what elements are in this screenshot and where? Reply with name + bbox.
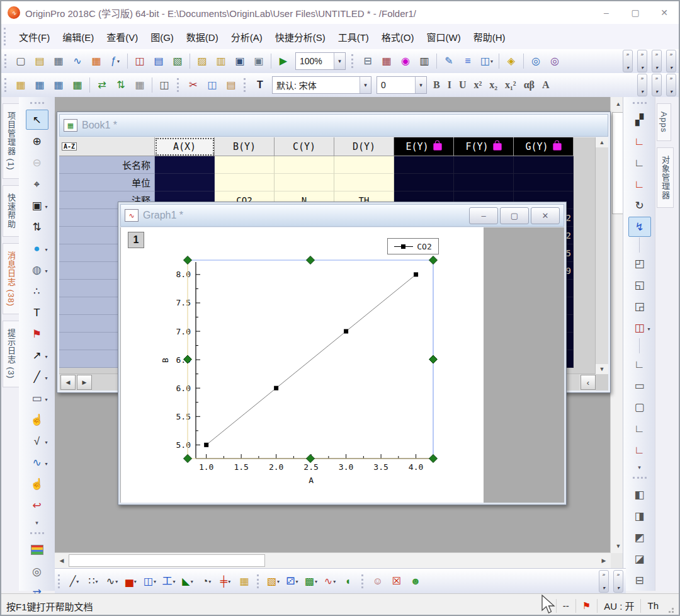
maximize-button[interactable]: ▢	[621, 1, 650, 24]
menu-item-0[interactable]: 文件(F)	[13, 27, 56, 47]
dock-tab-2[interactable]: 消息日志 (38)	[3, 243, 20, 315]
cell[interactable]	[394, 156, 454, 174]
cell[interactable]	[454, 174, 514, 191]
menu-item-1[interactable]: 编辑(E)	[56, 27, 100, 47]
import-ascii-single-button[interactable]: ▦	[31, 76, 48, 94]
selection-handles[interactable]	[184, 256, 438, 463]
distribute-horizontal-button[interactable]: ⊟	[628, 570, 651, 590]
screen-reader-tool-button[interactable]: ⌖	[26, 174, 48, 194]
unmask-range-tool-button[interactable]: ◍▾	[26, 260, 48, 280]
superscript-button[interactable]: x²	[470, 79, 485, 91]
zoom-pan-tool-button[interactable]: ◎	[527, 52, 545, 71]
cell[interactable]	[275, 174, 334, 191]
graph1-maximize-button[interactable]: ▢	[500, 207, 529, 224]
reimport-partial-button[interactable]: ▦	[131, 76, 149, 94]
line-symbol-plot-button[interactable]: ∿▾	[103, 572, 121, 591]
increase-font-button[interactable]: A	[538, 79, 553, 91]
rescale-tool-button[interactable]: ☝	[26, 474, 48, 494]
menu-item-2[interactable]: 查看(V)	[100, 27, 144, 47]
sheet-corner[interactable]: A-Z	[59, 137, 155, 156]
merge-graphs-dropdown-icon[interactable]: ▾	[647, 326, 650, 332]
sub-superscript-button[interactable]: x₁²	[501, 79, 520, 91]
dock-tab-0[interactable]: 项目管理器 (1)	[3, 103, 20, 179]
minimize-button[interactable]: –	[592, 1, 621, 24]
import-excel-button[interactable]: ▦	[69, 76, 86, 94]
zoom-out-tool-button[interactable]: ⊖	[26, 152, 48, 173]
toolbar-overflow-icon[interactable]: ▾	[632, 464, 648, 471]
image-profile-plot-button[interactable]: ◐	[340, 572, 358, 591]
mask-range-tool-button[interactable]: ●▾	[26, 238, 48, 258]
column-header-E[interactable]: E(Y)	[394, 137, 454, 156]
3d-scatter-plot-dropdown-icon[interactable]: ▾	[295, 579, 298, 585]
align-bottom-button[interactable]: ◪	[628, 549, 651, 569]
close-button[interactable]: ✕	[650, 1, 679, 24]
row-label[interactable]: 长名称	[59, 156, 155, 174]
video-builder-button[interactable]: ▥	[416, 52, 433, 71]
axis-corner-red-button[interactable]: ∟	[628, 440, 651, 460]
copy-button[interactable]: ◫	[203, 76, 221, 94]
cell[interactable]	[394, 174, 454, 191]
toolbar-overflow-icon[interactable]: ▾	[29, 520, 45, 526]
toolbar-overflow-button[interactable]: »▾	[623, 50, 633, 72]
scatter-plot-dropdown-icon[interactable]: ▾	[96, 579, 98, 585]
book1-titlebar[interactable]: ▦ Book1 *	[59, 114, 608, 137]
cell[interactable]	[155, 156, 215, 174]
print-button[interactable]: ⊟	[359, 52, 377, 71]
sheet-tab-right-icon[interactable]: ▶	[77, 375, 92, 390]
area-chart-button[interactable]: ◣▾	[179, 572, 196, 591]
polar-chart-dropdown-icon[interactable]: ▾	[208, 579, 211, 585]
contour-plot-button[interactable]: ▩▾	[302, 572, 320, 591]
new-xy-axes-button[interactable]: ∟	[628, 152, 651, 173]
cut-button[interactable]: ✂	[184, 76, 202, 94]
menu-item-4[interactable]: 数据(D)	[180, 27, 225, 47]
line-tool-button[interactable]: ╱▾	[26, 367, 48, 387]
reimport-directly-button[interactable]: ⇄	[93, 76, 111, 94]
3d-surface-plot-dropdown-icon[interactable]: ▾	[277, 579, 280, 585]
new-project-button[interactable]: ▢	[12, 52, 30, 71]
column-header-C[interactable]: C(Y)	[275, 137, 334, 156]
line-tool-dropdown-icon[interactable]: ▾	[45, 375, 47, 381]
menu-item-10[interactable]: 帮助(H)	[467, 27, 512, 47]
layout-edit-button[interactable]: ✎	[440, 52, 458, 71]
box-chart-button[interactable]: 工▾	[160, 572, 178, 591]
graph1-window[interactable]: ∿ Graph1 * – ▢ ✕ 1.01.52.02.53.03.54.05.…	[118, 202, 567, 505]
cell[interactable]	[155, 174, 215, 191]
pattern-tile-button[interactable]: ▞	[628, 110, 651, 130]
line-plot-dropdown-icon[interactable]: ▾	[76, 579, 79, 585]
graph-page[interactable]: 1.01.52.02.53.03.54.05.05.56.06.57.07.58…	[121, 227, 484, 503]
zoom-in-tool-button[interactable]: ⊕	[26, 131, 48, 151]
menu-item-8[interactable]: 格式(O)	[375, 27, 421, 47]
copy-graph-as-image-button[interactable]: ◉	[397, 52, 414, 71]
align-top-button[interactable]: ◩	[628, 527, 651, 547]
zoom-combobox[interactable]: 100% ▾	[295, 52, 346, 70]
arrow-tool-dropdown-icon[interactable]: ▾	[45, 354, 47, 360]
dock-tab-1[interactable]: 快速帮助	[3, 185, 20, 237]
axis-frame-button[interactable]: ▭	[628, 375, 651, 396]
graph1-close-button[interactable]: ✕	[531, 207, 560, 224]
dock-tab-1[interactable]: 对象管理器	[657, 147, 674, 208]
stock-chart-button[interactable]: ╪▾	[217, 572, 234, 591]
app-center-button[interactable]: ☻	[407, 572, 424, 591]
sheet-tab-left-icon[interactable]: ◀	[60, 375, 76, 390]
save-template-button[interactable]: ▣	[250, 52, 268, 71]
open-button[interactable]: ▨	[193, 52, 211, 71]
menu-item-5[interactable]: 分析(A)	[225, 27, 269, 47]
equation-tool-button[interactable]: √▾	[26, 431, 48, 451]
dock-tab-0[interactable]: Apps	[657, 103, 671, 141]
font-size-combobox[interactable]: 0 ▾	[377, 76, 427, 94]
axis-bottom-left-button[interactable]: ∟	[628, 354, 651, 374]
new-xy-scale-button[interactable]: ∟	[628, 131, 651, 151]
text-tool-button[interactable]: T	[26, 302, 48, 322]
reimport-changed-button[interactable]: ⇅	[112, 76, 130, 94]
rectangle-tool-button[interactable]: ▭▾	[26, 388, 48, 408]
graph1-titlebar[interactable]: ∿ Graph1 * – ▢ ✕	[120, 204, 564, 227]
column-chart-dropdown-icon[interactable]: ▾	[134, 579, 137, 585]
run-labtalk-button[interactable]: ▶	[275, 52, 292, 71]
paste-button[interactable]: ▤	[222, 76, 240, 94]
align-right-button[interactable]: ◨	[628, 506, 651, 526]
toolbar-overflow-button[interactable]: »▾	[599, 570, 609, 593]
toolbar-overflow-button[interactable]: »▾	[652, 50, 662, 72]
new-folder-button[interactable]: ▤	[31, 52, 48, 71]
project-dependency-button[interactable]: ◈	[502, 52, 520, 71]
mask-range-tool-dropdown-icon[interactable]: ▾	[45, 247, 47, 253]
